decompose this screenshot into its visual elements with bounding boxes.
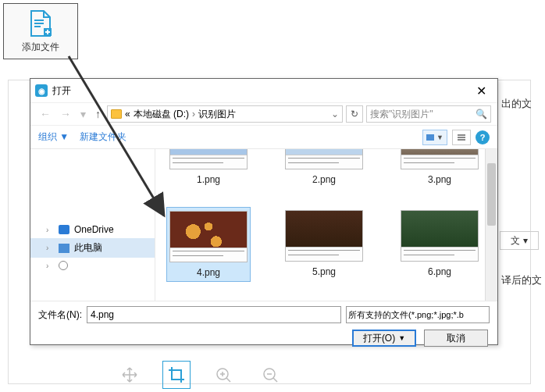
search-icon: 🔍 <box>476 109 487 119</box>
help-button[interactable]: ? <box>476 130 490 144</box>
scrollbar-handle[interactable] <box>487 163 496 226</box>
chevron-right-icon: › <box>46 262 54 270</box>
filename-input[interactable] <box>87 306 341 323</box>
breadcrumb-dropdown-icon[interactable]: ⌄ <box>331 109 339 119</box>
filename-label: 文件名(N): <box>38 308 82 322</box>
sidebar: › OneDrive › 此电脑 › <box>30 149 155 301</box>
scrollbar[interactable] <box>485 149 497 301</box>
filetype-filter[interactable] <box>346 306 490 323</box>
network-icon <box>59 261 68 270</box>
zoom-out-tool[interactable] <box>256 361 284 389</box>
chevron-right-icon: › <box>46 226 54 234</box>
breadcrumb-sep: › <box>192 109 195 119</box>
view-mode-button[interactable]: ▼ <box>422 130 447 145</box>
open-button[interactable]: 打开(O)▼ <box>352 330 416 347</box>
file-name: 5.png <box>312 266 336 277</box>
thumbnail <box>285 149 363 169</box>
close-button[interactable]: ✕ <box>470 84 493 98</box>
new-folder-button[interactable]: 新建文件夹 <box>80 130 126 144</box>
thumbnail <box>401 210 479 262</box>
zoom-in-tool[interactable] <box>209 361 237 389</box>
file-name: 2.png <box>312 174 336 185</box>
nav-back-icon[interactable]: ← <box>37 108 54 120</box>
onedrive-icon <box>59 225 69 234</box>
sidebar-item-onedrive[interactable]: › OneDrive <box>30 221 155 238</box>
titlebar: ◉ 打开 ✕ <box>30 79 497 102</box>
cancel-button[interactable]: 取消 <box>424 330 488 347</box>
nav-forward-icon[interactable]: → <box>57 108 74 120</box>
breadcrumb-prefix: « <box>125 109 130 119</box>
nav-up-icon[interactable]: ↑ <box>92 108 104 120</box>
thumbnail <box>169 149 248 169</box>
breadcrumb-folder[interactable]: 识别图片 <box>198 108 236 121</box>
sidebar-item-label: 此电脑 <box>74 241 102 255</box>
bg-text-1: 出的文 <box>501 97 532 111</box>
thumbnail <box>169 211 248 262</box>
file-item-selected[interactable]: 4.png <box>166 207 251 282</box>
file-item[interactable]: 6.png <box>397 207 482 282</box>
file-name: 1.png <box>197 174 220 185</box>
file-name: 6.png <box>428 266 451 277</box>
refresh-button[interactable]: ↻ <box>346 105 363 123</box>
open-file-dialog: ◉ 打开 ✕ ← → ▾ ↑ « 本地磁盘 (D:) › 识别图片 ⌄ ↻ 搜索… <box>30 78 498 345</box>
file-name: 3.png <box>428 174 451 185</box>
file-item[interactable]: 2.png <box>282 149 366 188</box>
breadcrumb[interactable]: « 本地磁盘 (D:) › 识别图片 ⌄ <box>107 105 343 123</box>
bottom-toolbar <box>116 361 284 389</box>
toolbar: 组织 ▼ 新建文件夹 ▼ ? <box>30 126 497 149</box>
document-plus-icon <box>28 9 53 37</box>
dialog-title: 打开 <box>52 84 470 98</box>
search-placeholder: 搜索"识别图片" <box>370 108 433 121</box>
nav-recent-icon[interactable]: ▾ <box>77 108 89 120</box>
bg-text-2: 译后的文 <box>501 273 542 287</box>
sidebar-item-label: OneDrive <box>74 224 114 235</box>
content-split: › OneDrive › 此电脑 › 修 1.png <box>30 149 497 301</box>
folder-icon <box>111 109 122 119</box>
pc-icon <box>59 244 69 253</box>
sidebar-item-thispc[interactable]: › 此电脑 <box>30 238 155 258</box>
organize-menu[interactable]: 组织 ▼ <box>38 130 69 144</box>
move-tool[interactable] <box>116 361 144 389</box>
crop-tool[interactable] <box>162 361 191 389</box>
filename-row: 文件名(N): 打开(O)▼ 取消 <box>30 301 497 344</box>
add-file-label: 添加文件 <box>22 41 59 54</box>
app-icon: ◉ <box>35 84 48 97</box>
file-item[interactable]: 1.png <box>166 149 251 188</box>
address-bar-row: ← → ▾ ↑ « 本地磁盘 (D:) › 识别图片 ⌄ ↻ 搜索"识别图片" … <box>30 102 497 126</box>
chevron-right-icon: › <box>46 244 54 252</box>
thumbnail <box>401 149 479 169</box>
file-item[interactable]: 5.png <box>282 207 366 282</box>
file-list[interactable]: 修 1.png 2.png 3.png 4.png <box>155 149 497 301</box>
breadcrumb-drive[interactable]: 本地磁盘 (D:) <box>134 108 189 121</box>
search-input[interactable]: 搜索"识别图片" 🔍 <box>366 105 491 123</box>
sidebar-item-network[interactable]: › <box>30 258 155 273</box>
thumbnail <box>285 210 363 262</box>
bg-language-dropdown[interactable]: 文 ▾ <box>500 231 539 250</box>
file-name: 4.png <box>197 267 220 278</box>
preview-pane-button[interactable] <box>452 130 471 145</box>
file-item[interactable]: 3.png <box>397 149 482 188</box>
add-file-button[interactable]: 添加文件 <box>3 3 78 59</box>
